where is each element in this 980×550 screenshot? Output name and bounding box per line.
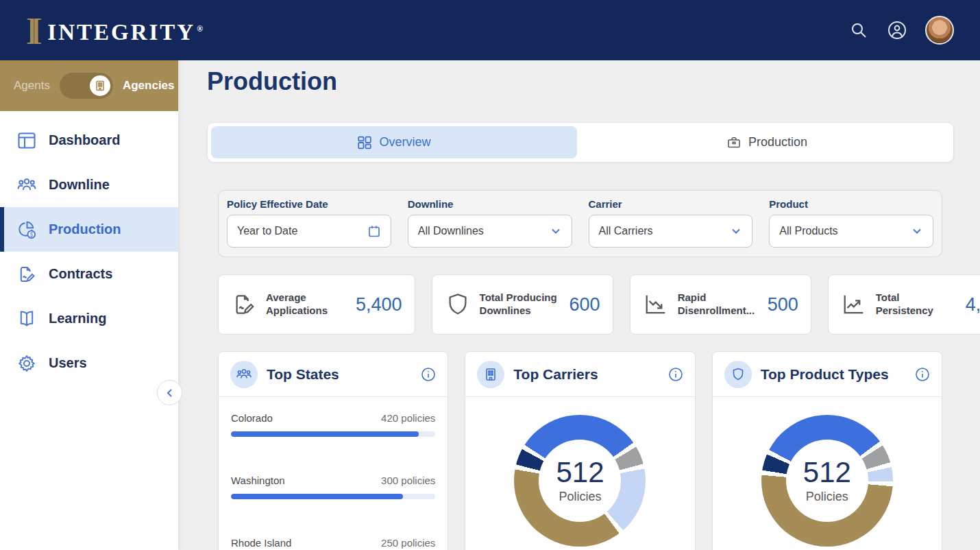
top-carriers-card: Top Carriers 512 Policies bbox=[465, 351, 695, 550]
stat-label: Total Producing Downlines bbox=[480, 291, 561, 318]
sidebar-item-production[interactable]: $ Production bbox=[0, 207, 178, 252]
chevron-down-icon bbox=[911, 225, 923, 237]
filter-label: Policy Effective Date bbox=[227, 198, 391, 210]
top-product-types-icon-badge bbox=[724, 361, 752, 388]
top-states-card: Top States Colorado 420 policies Washing… bbox=[218, 351, 448, 550]
donut-center: 512 Policies bbox=[786, 440, 868, 522]
donut-value: 512 bbox=[556, 458, 604, 487]
top-states-info-icon[interactable] bbox=[421, 367, 436, 382]
agents-label[interactable]: Agents bbox=[14, 79, 50, 93]
registered-mark: ® bbox=[197, 24, 205, 34]
sidebar-nav: Dashboard Downline $ Production bbox=[0, 111, 178, 385]
filters-panel: Policy Effective Date Year to Date Downl… bbox=[218, 190, 942, 257]
agencies-label[interactable]: Agencies bbox=[123, 79, 175, 93]
top-carriers-info-icon[interactable] bbox=[668, 367, 683, 382]
progress-bar bbox=[231, 494, 435, 499]
top-product-types-donut-chart: 512 Policies bbox=[761, 415, 893, 547]
card-title: Top States bbox=[267, 366, 339, 383]
tab-production-label: Production bbox=[748, 135, 807, 150]
donut-label: Policies bbox=[806, 490, 848, 504]
filter-downline: Downline All Downlines bbox=[408, 198, 572, 249]
toggle-knob[interactable] bbox=[90, 75, 110, 96]
overview-grid-icon bbox=[357, 135, 372, 150]
search-icon[interactable] bbox=[848, 20, 869, 40]
downline-people-icon bbox=[16, 175, 37, 195]
sidebar-collapse-button[interactable] bbox=[157, 380, 182, 405]
state-row-colorado: Colorado 420 policies bbox=[231, 412, 435, 437]
state-name: Washington bbox=[231, 475, 285, 486]
card-title: Top Product Types bbox=[761, 366, 889, 383]
integrity-logo: ][ INTEGRITY® bbox=[26, 15, 205, 45]
agents-agencies-toggle-band: Agents Agencies bbox=[0, 60, 178, 111]
people-icon bbox=[236, 366, 252, 383]
building-icon bbox=[94, 80, 106, 92]
sidebar-item-dashboard[interactable]: Dashboard bbox=[0, 118, 178, 163]
state-policies: 420 policies bbox=[381, 412, 435, 424]
top-product-types-info-icon[interactable] bbox=[915, 367, 930, 382]
filter-carrier: Carrier All Carriers bbox=[589, 198, 753, 249]
account-icon[interactable] bbox=[887, 20, 907, 40]
sidebar-item-learning[interactable]: Learning bbox=[0, 296, 178, 341]
tab-overview[interactable]: Overview bbox=[211, 126, 577, 158]
filter-value: All Carriers bbox=[599, 225, 731, 237]
briefcase-icon bbox=[726, 135, 742, 150]
stat-total-producing-downlines: Total Producing Downlines 600 bbox=[432, 274, 613, 335]
svg-text:$: $ bbox=[29, 231, 33, 238]
donut-label: Policies bbox=[559, 490, 601, 504]
stat-label: Rapid Disenrollment... bbox=[678, 291, 759, 318]
contracts-icon bbox=[16, 264, 37, 285]
calendar-icon bbox=[367, 224, 381, 238]
product-select[interactable]: All Products bbox=[769, 215, 933, 248]
filter-value: Year to Date bbox=[237, 225, 367, 237]
filter-label: Downline bbox=[408, 198, 572, 210]
sidebar-item-label: Learning bbox=[49, 311, 106, 326]
card-title: Top Carriers bbox=[513, 366, 598, 383]
stat-rapid-disenrollment: Rapid Disenrollment... 500 bbox=[630, 274, 811, 335]
policy-effective-date-field[interactable]: Year to Date bbox=[227, 215, 391, 248]
stat-value: 500 bbox=[768, 294, 798, 315]
charts-row: Top States Colorado 420 policies Washing… bbox=[218, 351, 942, 550]
logo-text: INTEGRITY® bbox=[47, 20, 205, 45]
donut-value: 512 bbox=[803, 458, 851, 487]
tab-production[interactable]: Production bbox=[584, 126, 950, 158]
sidebar-item-label: Dashboard bbox=[49, 132, 120, 148]
chevron-down-icon bbox=[550, 225, 562, 237]
agents-agencies-toggle[interactable] bbox=[60, 73, 113, 99]
top-bar: ][ INTEGRITY® bbox=[0, 0, 980, 60]
building-icon bbox=[483, 367, 498, 382]
dashboard-icon bbox=[16, 130, 37, 151]
state-policies: 300 policies bbox=[381, 475, 435, 486]
stat-value: 5,400 bbox=[356, 294, 402, 315]
state-name: Colorado bbox=[231, 412, 273, 424]
sidebar-item-label: Production bbox=[49, 222, 121, 237]
top-carriers-icon-badge bbox=[477, 361, 504, 388]
trend-up-icon bbox=[841, 291, 867, 318]
stat-average-applications: Average Applications 5,400 bbox=[218, 274, 415, 335]
stat-label: Total Persistency bbox=[876, 291, 957, 318]
state-policies: 250 policies bbox=[381, 537, 435, 549]
user-avatar[interactable] bbox=[925, 16, 954, 45]
sidebar-item-contracts[interactable]: Contracts bbox=[0, 252, 178, 296]
filter-label: Carrier bbox=[589, 198, 753, 210]
shield-icon bbox=[445, 291, 471, 318]
state-row-rhode-island: Rhode Island 250 policies bbox=[231, 537, 435, 550]
donut-center: 512 Policies bbox=[539, 440, 621, 522]
sidebar-item-label: Users bbox=[49, 355, 87, 371]
production-pie-dollar-icon: $ bbox=[16, 219, 37, 240]
main-content: Production Overview Production Policy Ef… bbox=[178, 60, 980, 550]
carrier-select[interactable]: All Carriers bbox=[589, 215, 753, 248]
sidebar-item-downline[interactable]: Downline bbox=[0, 163, 178, 207]
filter-label: Product bbox=[769, 198, 933, 210]
page-title: Production bbox=[207, 67, 337, 96]
filter-value: All Downlines bbox=[418, 225, 550, 237]
sidebar: Agents Agencies Dashboard Downline bbox=[0, 60, 178, 550]
sidebar-item-users[interactable]: Users bbox=[0, 341, 178, 385]
stat-value: 600 bbox=[569, 294, 600, 315]
sidebar-item-label: Contracts bbox=[49, 266, 112, 282]
shield-icon bbox=[731, 367, 746, 382]
stat-label: Average Applications bbox=[266, 291, 347, 318]
downline-select[interactable]: All Downlines bbox=[408, 215, 572, 248]
learning-book-icon bbox=[16, 309, 37, 329]
progress-bar bbox=[231, 431, 435, 437]
top-states-icon-badge bbox=[230, 361, 258, 388]
